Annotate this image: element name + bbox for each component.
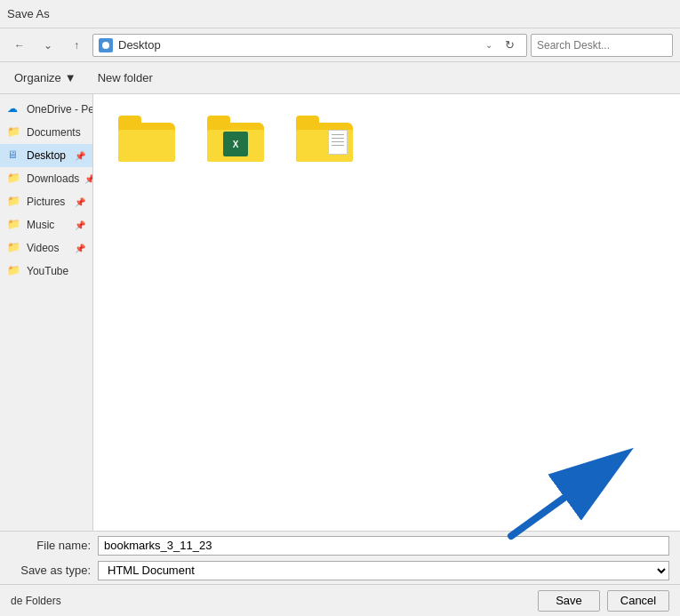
folder-icon-paper	[296, 116, 353, 162]
savetype-row: Save as type: HTML Document	[11, 561, 669, 580]
folder-item-2[interactable]: X	[200, 112, 271, 165]
pin-icon-downloads: 📌	[84, 174, 92, 184]
savetype-wrapper: HTML Document	[98, 561, 669, 580]
cancel-label: Cancel	[620, 594, 656, 607]
filename-label: File name:	[11, 539, 91, 552]
folder-icon-music: 📁	[7, 218, 21, 232]
filename-input[interactable]	[98, 536, 669, 556]
footer-buttons: Save Cancel	[538, 590, 669, 612]
savetype-label: Save as type:	[11, 564, 91, 577]
location-icon	[99, 38, 113, 52]
dropdown-button[interactable]: ⌄	[36, 33, 60, 58]
save-button[interactable]: Save	[538, 590, 600, 612]
sidebar-item-label-music: Music	[27, 219, 54, 231]
sidebar-item-documents[interactable]: 📁 Documents	[0, 121, 92, 144]
filename-row: File name:	[11, 536, 669, 556]
address-chevron-icon[interactable]: ⌄	[485, 40, 492, 50]
pin-icon-music: 📌	[75, 220, 85, 230]
sidebar-item-videos[interactable]: 📁 Videos 📌	[0, 236, 92, 260]
folder-icon-plain	[118, 116, 175, 162]
file-browser: X	[93, 94, 680, 531]
sidebar-item-music[interactable]: 📁 Music 📌	[0, 213, 92, 236]
new-folder-label: New folder	[98, 71, 153, 84]
sidebar-item-label-desktop: Desktop	[27, 149, 66, 162]
folder-item-3[interactable]	[289, 112, 360, 165]
bottom-bar: File name: Save as type: HTML Document	[0, 531, 680, 584]
sidebar: ☁ OneDrive - Pers... 📁 Documents 🖥 Deskt…	[0, 94, 93, 531]
sidebar-item-label-onedrive: OneDrive - Pers...	[27, 103, 92, 116]
hide-folders-button[interactable]: de Folders	[11, 595, 61, 607]
command-toolbar: Organize ▼ New folder	[0, 62, 680, 94]
up-button[interactable]: ↑	[64, 33, 89, 58]
organize-chevron-icon: ▼	[65, 71, 76, 84]
folder-icon-videos: 📁	[7, 241, 21, 255]
address-text: Desktop	[118, 38, 480, 52]
organize-button[interactable]: Organize ▼	[7, 67, 84, 90]
excel-badge: X	[223, 132, 248, 156]
cloud-icon: ☁	[7, 102, 21, 116]
pin-icon-videos: 📌	[75, 244, 85, 253]
sidebar-item-youtube[interactable]: 📁 YouTube	[0, 260, 92, 283]
save-label: Save	[556, 594, 582, 607]
sidebar-item-label-downloads: Downloads	[27, 172, 79, 185]
refresh-button[interactable]: ↻	[498, 34, 521, 57]
folder-icon-excel: X	[207, 116, 264, 162]
sidebar-item-desktop[interactable]: 🖥 Desktop 📌	[0, 144, 92, 167]
sidebar-item-downloads[interactable]: 📁 Downloads 📌	[0, 167, 92, 190]
pin-icon-pictures: 📌	[75, 197, 85, 207]
pin-icon-desktop: 📌	[75, 151, 85, 161]
hide-folders-label: de Folders	[11, 595, 61, 607]
folder-icon-pictures: 📁	[7, 195, 21, 209]
main-area: ☁ OneDrive - Pers... 📁 Documents 🖥 Deskt…	[0, 94, 680, 531]
window-title: Save As	[7, 7, 50, 20]
sidebar-item-label-videos: Videos	[27, 242, 59, 254]
folder-front	[118, 130, 175, 162]
back-button[interactable]: ←	[7, 33, 32, 58]
desktop-icon: 🖥	[7, 148, 21, 163]
new-folder-button[interactable]: New folder	[91, 67, 160, 90]
sidebar-item-label-youtube: YouTube	[27, 265, 68, 277]
sidebar-item-onedrive[interactable]: ☁ OneDrive - Pers...	[0, 98, 92, 121]
folder-item-1[interactable]	[111, 112, 182, 165]
folder-icon-downloads: 📁	[7, 172, 21, 186]
sidebar-item-pictures[interactable]: 📁 Pictures 📌	[0, 190, 92, 213]
organize-label: Organize	[14, 71, 61, 84]
paper-doc	[328, 130, 348, 155]
folder-icon-youtube: 📁	[7, 264, 21, 278]
address-toolbar: ← ⌄ ↑ Desktop ⌄ ↻	[0, 28, 680, 62]
title-bar: Save As	[0, 0, 680, 28]
address-bar[interactable]: Desktop ⌄ ↻	[92, 34, 527, 57]
savetype-select[interactable]: HTML Document	[98, 561, 669, 580]
search-input[interactable]	[531, 34, 673, 57]
sidebar-item-label-documents: Documents	[27, 126, 81, 139]
footer-bar: de Folders Save Cancel	[0, 584, 680, 616]
cancel-button[interactable]: Cancel	[607, 590, 669, 612]
folder-icon-documents: 📁	[7, 125, 21, 140]
sidebar-item-label-pictures: Pictures	[27, 196, 65, 208]
